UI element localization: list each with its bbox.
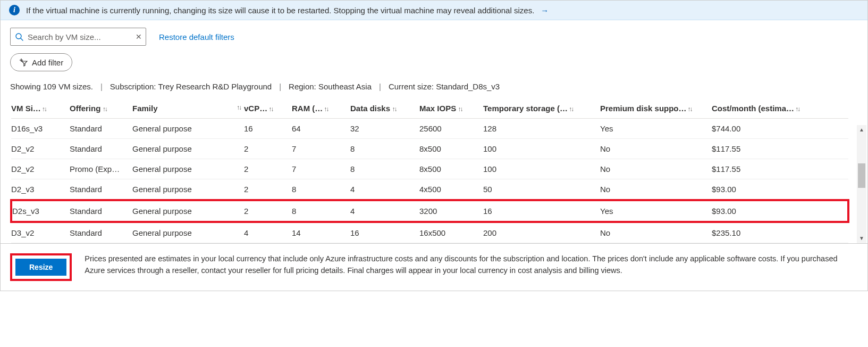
resize-button[interactable]: Resize [15, 259, 66, 276]
col-data-disks[interactable]: Data disks ↑↓ [350, 98, 419, 119]
cell-max-iops: 25600 [419, 119, 483, 139]
footer: Resize Prices presented are estimates in… [1, 243, 867, 291]
cell-cost: $235.10 [712, 222, 848, 243]
cell-data-disks: 8 [350, 139, 419, 159]
table-row[interactable]: D2_v3StandardGeneral purpose2844x50050No… [11, 179, 848, 201]
cell-max-iops: 16x500 [419, 222, 483, 243]
cell-ram: 64 [292, 119, 350, 139]
cell-vm-size: D16s_v3 [11, 119, 70, 139]
cell-max-iops: 4x500 [419, 179, 483, 201]
cell-cost: $93.00 [712, 179, 848, 201]
cell-ram: 8 [292, 200, 350, 222]
subscription-info: Subscription: Trey Research R&D Playgrou… [110, 82, 272, 91]
cell-premium-disk: No [600, 139, 712, 159]
cell-premium-disk: Yes [600, 119, 712, 139]
cell-vcpus: 2 [244, 200, 292, 222]
cell-vcpus: 16 [244, 119, 292, 139]
info-icon: i [9, 5, 20, 15]
cell-temp-storage: 16 [483, 200, 600, 222]
sort-icon: ↑↓ [457, 105, 462, 113]
cell-max-iops: 3200 [419, 200, 483, 222]
col-temp-storage[interactable]: Temporary storage (…↑↓ [483, 98, 600, 119]
cell-family: General purpose [132, 159, 244, 179]
table-row[interactable]: D2_v2StandardGeneral purpose2788x500100N… [11, 139, 848, 159]
table-row[interactable]: D16s_v3StandardGeneral purpose1664322560… [11, 119, 848, 139]
sort-icon: ↑↓ [795, 105, 799, 113]
sort-icon: ↑↓ [569, 105, 573, 113]
cell-family: General purpose [132, 200, 244, 222]
cell-offering: Standard [70, 119, 132, 139]
scrollbar-thumb[interactable] [858, 163, 865, 188]
cell-offering: Standard [70, 200, 132, 222]
toolbar-row-search: ✕ Restore default filters [1, 20, 867, 51]
cell-cost: $117.55 [712, 139, 848, 159]
col-offering[interactable]: Offering ↑↓ [70, 98, 132, 119]
status-separator: | [379, 82, 381, 91]
cell-ram: 14 [292, 222, 350, 243]
col-max-iops[interactable]: Max IOPS ↑↓ [419, 98, 483, 119]
cell-temp-storage: 100 [483, 139, 600, 159]
cell-cost: $117.55 [712, 159, 848, 179]
cell-data-disks: 8 [350, 159, 419, 179]
vm-size-table-wrapper: VM Si…↑↓ Offering ↑↓ Family↑↓ vCP…↑↓ RAM… [1, 98, 867, 243]
info-banner-link-arrow[interactable]: → [541, 6, 549, 15]
cell-premium-disk: Yes [600, 200, 712, 222]
cell-vcpus: 4 [244, 222, 292, 243]
restore-default-filters-link[interactable]: Restore default filters [159, 32, 234, 42]
col-vcpus[interactable]: vCP…↑↓ [244, 98, 292, 119]
status-separator: | [100, 82, 103, 91]
status-separator: | [279, 82, 281, 91]
cell-temp-storage: 100 [483, 159, 600, 179]
cell-family: General purpose [132, 119, 244, 139]
toolbar-row-filters: Add filter [1, 51, 867, 80]
col-family[interactable]: Family↑↓ [132, 98, 244, 119]
cell-temp-storage: 50 [483, 179, 600, 201]
cell-vm-size: D2_v3 [11, 179, 70, 201]
clear-search-icon[interactable]: ✕ [136, 32, 142, 41]
search-input[interactable] [10, 28, 146, 46]
cell-max-iops: 8x500 [419, 159, 483, 179]
cell-ram: 8 [292, 179, 350, 201]
sort-icon: ↑↓ [42, 105, 46, 113]
cell-data-disks: 32 [350, 119, 419, 139]
cell-offering: Standard [70, 179, 132, 201]
cell-cost: $93.00 [712, 200, 848, 222]
cell-offering: Promo (Exp… [70, 159, 132, 179]
cell-vcpus: 2 [244, 159, 292, 179]
cell-data-disks: 4 [350, 179, 419, 201]
current-size-info: Current size: Standard_D8s_v3 [389, 82, 500, 91]
status-line: Showing 109 VM sizes. | Subscription: Tr… [1, 80, 867, 98]
cell-ram: 7 [292, 139, 350, 159]
cell-vm-size: D3_v2 [11, 222, 70, 243]
add-filter-label: Add filter [32, 58, 63, 67]
table-row[interactable]: D2_v2Promo (Exp…General purpose2788x5001… [11, 159, 848, 179]
cell-premium-disk: No [600, 222, 712, 243]
cell-family: General purpose [132, 222, 244, 243]
cell-vm-size: D2_v2 [11, 139, 70, 159]
col-vm-size[interactable]: VM Si…↑↓ [11, 98, 70, 119]
scrollbar-track[interactable] [857, 135, 866, 234]
col-cost[interactable]: Cost/month (estima…↑↓ [712, 98, 848, 119]
sort-icon: ↑↓ [391, 105, 396, 113]
sort-icon: ↑↓ [324, 105, 328, 113]
scroll-down-icon[interactable]: ▼ [859, 234, 864, 243]
table-row[interactable]: D2s_v3StandardGeneral purpose284320016Ye… [11, 200, 848, 222]
table-row[interactable]: D3_v2StandardGeneral purpose4141616x5002… [11, 222, 848, 243]
region-info: Region: Southeast Asia [289, 82, 372, 91]
cell-offering: Standard [70, 222, 132, 243]
add-filter-icon [19, 58, 28, 67]
add-filter-button[interactable]: Add filter [10, 53, 72, 71]
cell-cost: $744.00 [712, 119, 848, 139]
resize-button-highlight: Resize [10, 253, 72, 281]
cell-vm-size: D2_v2 [11, 159, 70, 179]
cell-max-iops: 8x500 [419, 139, 483, 159]
cell-premium-disk: No [600, 179, 712, 201]
col-ram[interactable]: RAM (…↑↓ [292, 98, 350, 119]
info-banner-text: If the virtual machine is currently runn… [26, 6, 534, 15]
col-premium-disk[interactable]: Premium disk suppo…↑↓ [600, 98, 712, 119]
scroll-up-icon[interactable]: ▲ [859, 125, 864, 135]
cell-vcpus: 2 [244, 139, 292, 159]
scrollbar[interactable]: ▲ ▼ [857, 125, 866, 243]
pricing-disclaimer: Prices presented are estimates in your l… [85, 253, 858, 277]
sort-icon: ↑↓ [102, 105, 106, 113]
